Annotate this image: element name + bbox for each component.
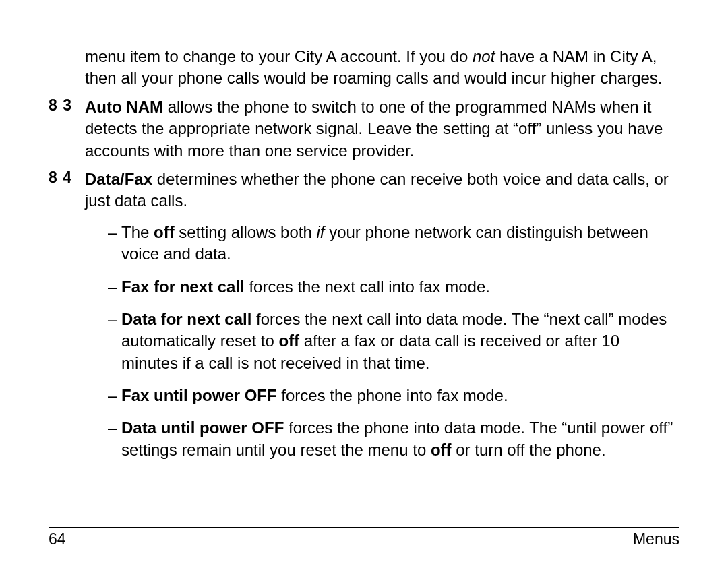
bold-off: off xyxy=(154,223,175,241)
item-body: Data/Fax determines whether the phone ca… xyxy=(85,168,679,212)
sub-body: Data for next call forces the next call … xyxy=(121,309,679,374)
page: menu item to change to your City A accou… xyxy=(0,0,728,562)
text: or turn off the phone. xyxy=(452,441,606,459)
text: menu item to change to your City A accou… xyxy=(85,47,473,65)
bold-off: off xyxy=(431,441,452,459)
sub-body: Fax until power OFF forces the phone int… xyxy=(121,385,508,406)
bold-off: off xyxy=(278,332,299,350)
sub-item-off: – The off setting allows both if your ph… xyxy=(108,222,679,266)
sub-body: Fax for next call forces the next call i… xyxy=(121,276,490,298)
label-auto-nam: Auto NAM xyxy=(85,98,163,116)
item-8-4: 8 4 Data/Fax determines whether the phon… xyxy=(49,168,679,212)
bold-label: Data until power OFF xyxy=(121,418,284,437)
dash: – xyxy=(108,276,121,298)
bold-label: Fax until power OFF xyxy=(121,386,277,404)
text: determines whether the phone can receive… xyxy=(85,170,669,210)
dash: – xyxy=(108,385,121,406)
italic-not: not xyxy=(473,47,495,65)
text: forces the next call into fax mode. xyxy=(245,278,490,296)
item-body: Auto NAM allows the phone to switch to o… xyxy=(85,96,679,162)
page-footer: 64 Menus xyxy=(49,527,679,549)
sub-body: Data until power OFF forces the phone in… xyxy=(121,417,679,461)
sub-list: – The off setting allows both if your ph… xyxy=(108,222,679,462)
section-name: Menus xyxy=(633,530,679,549)
item-number: 8 3 xyxy=(49,96,85,162)
sub-body: The off setting allows both if your phon… xyxy=(121,222,679,266)
dash: – xyxy=(108,309,121,374)
paragraph-continuation: menu item to change to your City A accou… xyxy=(85,46,679,90)
italic-if: if xyxy=(316,223,324,241)
dash: – xyxy=(108,417,121,461)
item-number: 8 4 xyxy=(49,168,85,212)
label-data-fax: Data/Fax xyxy=(85,170,152,188)
sub-item-data-until: – Data until power OFF forces the phone … xyxy=(108,417,679,461)
text: allows the phone to switch to one of the… xyxy=(85,98,663,160)
text: The xyxy=(121,223,154,241)
item-8-3: 8 3 Auto NAM allows the phone to switch … xyxy=(49,96,679,162)
text: setting allows both xyxy=(175,223,317,241)
page-number: 64 xyxy=(49,530,66,549)
bold-label: Data for next call xyxy=(121,310,251,328)
sub-item-data-next: – Data for next call forces the next cal… xyxy=(108,309,679,374)
dash: – xyxy=(108,222,121,266)
sub-item-fax-next: – Fax for next call forces the next call… xyxy=(108,276,679,298)
sub-item-fax-until: – Fax until power OFF forces the phone i… xyxy=(108,385,679,406)
text: forces the phone into fax mode. xyxy=(277,386,508,404)
bold-label: Fax for next call xyxy=(121,278,245,296)
